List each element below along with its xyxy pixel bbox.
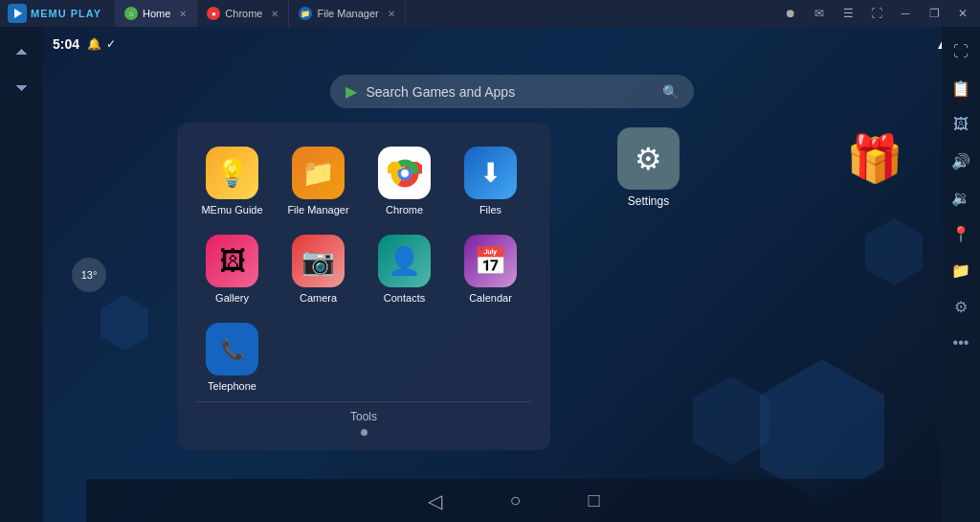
minimize-button[interactable]: ─ xyxy=(892,0,919,27)
right-sidebar-icon-volume-down[interactable]: 🔉 xyxy=(944,180,978,215)
right-sidebar-icon-clipboard[interactable]: 📋 xyxy=(944,71,978,105)
desktop: 5:04 🔔 ✓ ▲ 🔋 ▶ Search Games and Apps 🔍 1… xyxy=(43,27,980,522)
app-icon-contacts: 👤 xyxy=(378,235,431,287)
close-button[interactable]: ✕ xyxy=(949,0,976,27)
svg-text:📞: 📞 xyxy=(220,338,244,361)
app-item-calendar[interactable]: 📅 Calendar xyxy=(455,230,526,308)
app-item-memu-guide[interactable]: 💡 MEmu Guide xyxy=(196,142,268,220)
settings-desktop-label: Settings xyxy=(628,194,669,208)
tab-filemanager-icon: 📁 xyxy=(299,7,312,20)
settings-desktop-icon[interactable]: ⚙ Settings xyxy=(617,127,679,208)
app-item-camera[interactable]: 📷 Camera xyxy=(282,230,354,308)
tab-chrome-icon: ● xyxy=(207,7,220,20)
bg-decoration-3 xyxy=(865,218,923,285)
tab-home-icon: ⌂ xyxy=(124,7,138,20)
panel-dot-indicator xyxy=(361,429,368,436)
scroll-indicator[interactable]: 13° xyxy=(72,258,106,292)
app-item-gallery[interactable]: 🖼 Gallery xyxy=(196,230,268,308)
svg-point-8 xyxy=(401,170,409,177)
sidebar-icon-2[interactable]: ⏷ xyxy=(5,71,39,105)
app-label-telephone: Telephone xyxy=(208,380,256,392)
app-icon-gallery: 🖼 xyxy=(206,235,258,287)
panel-footer: Tools xyxy=(196,401,531,423)
settings-gear-icon: ⚙ xyxy=(635,141,662,177)
statusbar: 5:04 🔔 ✓ ▲ 🔋 xyxy=(43,27,980,61)
panel-footer-label: Tools xyxy=(350,410,377,423)
sidebar-icon-1[interactable]: ⏶ xyxy=(5,34,39,69)
check-icon: ✓ xyxy=(106,37,116,51)
expand-button[interactable]: ⛶ xyxy=(863,0,890,27)
play-store-icon: ▶ xyxy=(345,82,357,101)
back-button[interactable]: ◁ xyxy=(413,485,457,517)
app-label-gallery: Gallery xyxy=(215,292,249,304)
tab-chrome-close[interactable]: ✕ xyxy=(271,9,278,19)
tab-home-label: Home xyxy=(143,8,170,19)
titlebar-controls: ⏺ ✉ ☰ ⛶ ─ ❐ ✕ xyxy=(777,0,980,27)
tab-home[interactable]: ⌂ Home ✕ xyxy=(115,0,197,27)
panel-dot xyxy=(196,429,531,436)
right-sidebar-icon-image[interactable]: 🖼 xyxy=(944,107,978,142)
home-button[interactable]: ○ xyxy=(495,485,535,516)
menu-button[interactable]: ☰ xyxy=(835,0,861,27)
app-label-calendar: Calendar xyxy=(469,292,512,304)
app-label-contacts: Contacts xyxy=(384,292,425,304)
mail-button[interactable]: ✉ xyxy=(806,0,833,27)
logo-area: MEMU PLAY xyxy=(0,4,115,23)
app-grid-row1-2: 💡 MEmu Guide 📁 File Manager xyxy=(196,142,531,308)
app-label-files: Files xyxy=(479,204,501,216)
app-item-contacts[interactable]: 👤 Contacts xyxy=(368,230,440,308)
app-label-memu-guide: MEmu Guide xyxy=(201,204,262,216)
tab-home-close[interactable]: ✕ xyxy=(179,9,187,19)
right-sidebar-icon-more[interactable]: ••• xyxy=(944,326,978,360)
bg-decoration-2 xyxy=(693,376,769,465)
tab-filemanager-close[interactable]: ✕ xyxy=(388,9,395,19)
tab-chrome[interactable]: ● Chrome ✕ xyxy=(197,0,289,27)
search-placeholder: Search Games and Apps xyxy=(367,84,653,100)
main-area: ⏶ ⏷ 5:04 🔔 ✓ ▲ 🔋 ▶ Search Games and Apps xyxy=(0,27,980,522)
right-sidebar-icon-expand[interactable]: ⛶ xyxy=(944,34,978,69)
right-sidebar-icon-location[interactable]: 📍 xyxy=(944,216,978,251)
gift-icon[interactable]: 🎁 xyxy=(846,132,903,186)
right-sidebar-icon-folder[interactable]: 📁 xyxy=(944,253,978,287)
app-item-files[interactable]: ⬇ Files xyxy=(455,142,526,220)
notification-icon: 🔔 xyxy=(87,37,101,51)
app-icon-camera: 📷 xyxy=(292,235,345,287)
restore-button[interactable]: ❐ xyxy=(921,0,947,27)
memu-logo-icon xyxy=(8,4,27,23)
statusbar-icons: 🔔 ✓ xyxy=(87,37,116,51)
search-icon: 🔍 xyxy=(662,84,679,100)
left-sidebar: ⏶ ⏷ xyxy=(0,27,43,522)
app-grid-row3: 📞 Telephone xyxy=(196,318,531,397)
settings-icon-wrap: ⚙ xyxy=(617,127,679,190)
app-icon-chrome xyxy=(378,147,431,199)
app-label-camera: Camera xyxy=(300,292,337,304)
right-sidebar-icon-settings[interactable]: ⚙ xyxy=(944,289,978,324)
clock: 5:04 xyxy=(53,36,79,52)
record-button[interactable]: ⏺ xyxy=(777,0,804,27)
scroll-label: 13° xyxy=(81,269,98,281)
recent-button[interactable]: □ xyxy=(574,485,614,516)
bg-decoration-4 xyxy=(100,295,148,351)
app-icon-memu-guide: 💡 xyxy=(206,147,258,199)
app-panel: 💡 MEmu Guide 📁 File Manager xyxy=(177,123,550,450)
titlebar: MEMU PLAY ⌂ Home ✕ ● Chrome ✕ 📁 File Man… xyxy=(0,0,980,27)
searchbar-container[interactable]: ▶ Search Games and Apps 🔍 xyxy=(330,75,694,108)
nav-bottom: ◁ ○ □ xyxy=(86,479,942,522)
app-label-file-manager: File Manager xyxy=(287,204,348,216)
right-sidebar: ⛶ 📋 🖼 🔊 🔉 📍 📁 ⚙ ••• xyxy=(942,27,980,522)
app-icon-file-manager: 📁 xyxy=(292,147,345,199)
tab-filemanager-label: File Manager xyxy=(317,8,378,19)
chrome-svg-icon xyxy=(388,156,422,191)
app-icon-files: ⬇ xyxy=(464,147,517,199)
app-icon-calendar: 📅 xyxy=(464,235,517,287)
app-item-file-manager[interactable]: 📁 File Manager xyxy=(282,142,354,220)
app-label-chrome: Chrome xyxy=(386,204,423,216)
tab-filemanager[interactable]: 📁 File Manager ✕ xyxy=(289,0,405,27)
tab-chrome-label: Chrome xyxy=(225,8,262,19)
app-icon-telephone: 📞 xyxy=(206,323,258,375)
logo-text: MEMU PLAY xyxy=(31,8,101,19)
searchbar[interactable]: ▶ Search Games and Apps 🔍 xyxy=(330,75,694,108)
app-item-chrome[interactable]: Chrome xyxy=(368,142,440,220)
app-item-telephone[interactable]: 📞 Telephone xyxy=(196,318,268,397)
right-sidebar-icon-volume-up[interactable]: 🔊 xyxy=(944,144,978,178)
